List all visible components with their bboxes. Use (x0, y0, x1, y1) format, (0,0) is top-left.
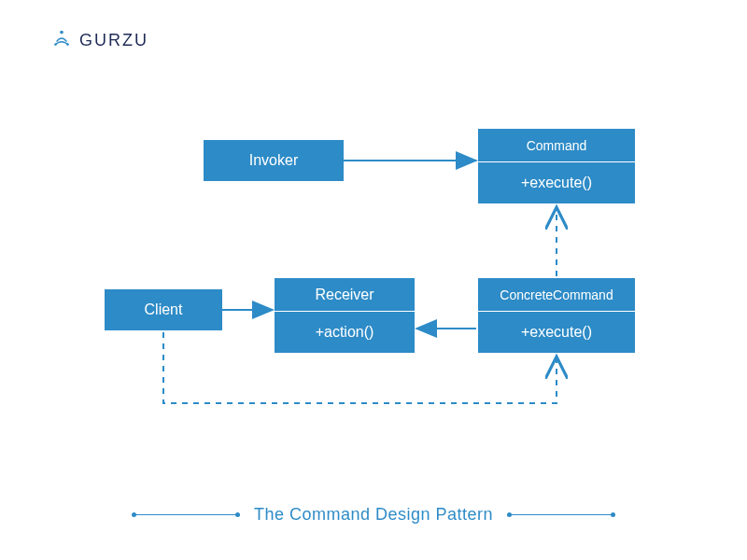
node-command-body: +execute() (478, 162, 635, 203)
caption-rule-left (134, 514, 237, 515)
svg-point-1 (54, 43, 57, 46)
node-client: Client (105, 289, 222, 330)
node-concrete-header: ConcreteCommand (478, 278, 635, 312)
node-client-label: Client (145, 301, 183, 318)
node-command-header: Command (478, 129, 635, 162)
caption-rule-right (510, 514, 613, 515)
diagram-caption: The Command Design Pattern (254, 505, 493, 525)
svg-point-0 (60, 31, 63, 35)
node-invoker: Invoker (204, 140, 344, 181)
brand-logo: GURZU (51, 28, 148, 52)
node-command-method: +execute() (521, 175, 592, 191)
node-concrete-method: +execute() (521, 324, 592, 341)
node-receiver-method: +action() (316, 324, 374, 341)
brand-icon (51, 28, 72, 52)
svg-point-2 (66, 43, 69, 46)
node-concrete-label: ConcreteCommand (500, 287, 613, 302)
caption-row: The Command Design Pattern (0, 505, 747, 525)
node-invoker-label: Invoker (249, 152, 298, 169)
brand-name: GURZU (79, 31, 148, 50)
node-concrete-body: +execute() (478, 312, 635, 353)
node-receiver-label: Receiver (315, 287, 374, 303)
node-receiver-header: Receiver (275, 278, 415, 312)
node-command-label: Command (527, 138, 587, 153)
node-receiver-body: +action() (275, 312, 415, 353)
